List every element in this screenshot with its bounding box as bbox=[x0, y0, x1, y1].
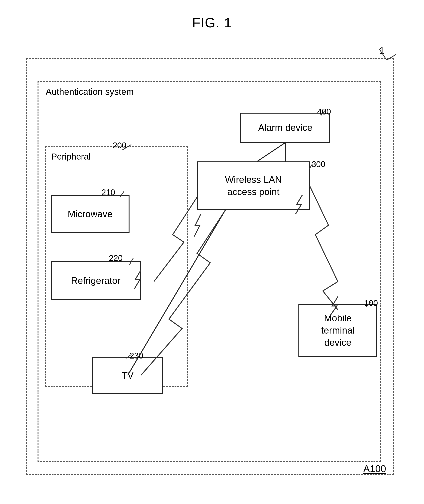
ref-100: 100 bbox=[364, 299, 378, 308]
wlan-ap-box: Wireless LAN access point bbox=[197, 162, 310, 210]
auth-system-label: Authentication system bbox=[44, 87, 135, 97]
ref-230: 230 bbox=[130, 351, 143, 361]
alarm-device-box: Alarm device bbox=[240, 113, 330, 143]
refrigerator-box: Refrigerator bbox=[51, 261, 141, 300]
a100-label: A100 bbox=[362, 463, 388, 474]
figure-title: FIG. 1 bbox=[192, 15, 232, 31]
ref-200: 200 bbox=[113, 141, 126, 150]
mobile-device-box: Mobile terminal device bbox=[299, 304, 377, 357]
ref-400: 400 bbox=[317, 107, 331, 116]
tv-box: TV bbox=[92, 357, 163, 394]
ref-label-1: 1 bbox=[379, 45, 385, 56]
peripheral-label: Peripheral bbox=[50, 151, 92, 162]
ref-300: 300 bbox=[312, 160, 325, 169]
page: FIG. 1 1 A100 Authentication system Peri… bbox=[0, 0, 424, 504]
ref-220: 220 bbox=[109, 253, 123, 263]
ref-210: 210 bbox=[101, 188, 115, 197]
microwave-box: Microwave bbox=[51, 195, 130, 233]
